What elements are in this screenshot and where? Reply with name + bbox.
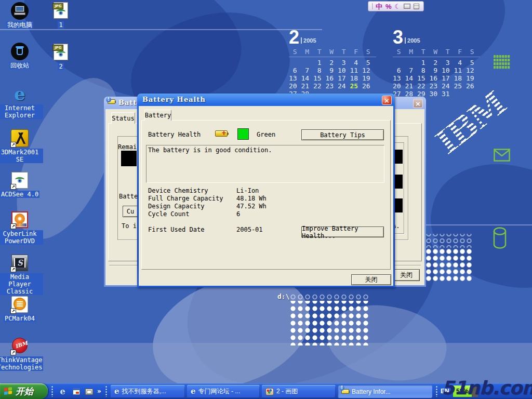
calendar-month-number: 2 [289,29,299,46]
shortcut-arrow-icon: ↗ [10,350,16,355]
shortcut-arrow-icon: ↗ [10,267,16,272]
desktop-icon-3dmark2001[interactable]: ↗ 3DMark2001 SE [0,129,43,163]
calendar-day-headers: S M T W T F S [289,48,376,56]
close-button-cn[interactable]: 关闭 [393,269,420,281]
task-button-paint[interactable]: 2 - 画图 [262,385,336,398]
acdsee-icon: ↗ [11,171,29,189]
desktop-icon-powerdvd[interactable]: ↗ CyberLink PowerDVD [0,211,43,245]
taskbar-grip[interactable] [105,385,108,397]
calendar-today: 25 [350,82,358,90]
desktop-icon-jpg-1[interactable]: JPG 1 [37,2,84,29]
drive-label: d:\ [277,292,289,300]
battery-health-dialog-title[interactable]: Battery Health [142,96,206,103]
desktop-icon-pcmark04[interactable]: ↗ PCMark04 [0,296,43,322]
quick-launch-grip[interactable] [51,385,54,397]
close-button[interactable]: × [413,99,423,108]
task-button-battery-information[interactable]: ! Battery Infor... [338,385,432,398]
watermark: 51nb.com [442,377,532,398]
tab-status[interactable]: Status [111,112,135,124]
start-button[interactable]: 开始 [0,383,48,399]
desktop-icon-jpg-2[interactable]: JPG 2 [37,44,84,70]
tab-battery[interactable]: Battery [144,110,171,121]
dot-pattern-right [425,248,473,282]
shortcut-arrow-icon: ↗ [10,184,16,190]
windows-flag-icon [4,387,12,395]
desktop-icon-internet-explorer[interactable]: e Internet Explorer [0,85,43,119]
my-computer-icon [11,2,29,20]
language-bar[interactable]: 中 % ☾ [368,1,424,11]
soft-keyboard-icon[interactable] [404,4,410,9]
quick-launch-window-icon[interactable] [72,387,81,396]
calendar-month-number: 3 [393,29,403,46]
thinkvantage-icon: IBM ↗ [11,337,29,355]
desktop-icon-media-player-classic[interactable]: S ↗ Media Player Classic [0,254,43,295]
envelope-icon [494,149,510,162]
language-bar-menu-icon[interactable] [414,4,419,9]
shortcut-arrow-icon: ↗ [10,308,16,314]
ie-icon: e [191,388,196,395]
recycle-bin-icon [11,43,29,60]
language-bar-grip[interactable] [371,3,373,9]
desktop-icon-thinkvantage[interactable]: IBM ↗ ThinkVantage Technologies [0,337,43,371]
task-button-ie-1[interactable]: e 找不到服务器,... [111,385,185,398]
quick-launch-more-chevron[interactable]: » [97,388,101,395]
calendar-year: 2005 [405,37,420,44]
3dmark-icon: ↗ [11,129,29,147]
tray-grip [435,385,438,397]
input-method-chinese-icon[interactable]: 中 [376,3,382,10]
close-button-cn[interactable]: 关闭 [351,274,391,285]
media-player-classic-icon: S ↗ [11,254,29,272]
dot-pattern-right-outline [425,234,473,248]
battery-info-icon: ! [341,388,349,395]
shortcut-arrow-icon: ↗ [10,223,16,229]
calendar-february: 22005 S M T W T F S 1 2 3 4 5 6 7 8 9 10… [289,29,376,98]
dot-pattern-center [289,301,370,345]
battery-health-dialog: Battery Health × Battery Battery Health … [137,94,395,287]
cylinder-icon [491,227,508,250]
desktop-icon-my-computer[interactable]: 我的电脑 [0,2,43,29]
desktop-icon-recycle-bin[interactable]: 回收站 [0,43,43,69]
task-button-ie-2[interactable]: e 专门网论坛 - ... [187,385,260,398]
paint-icon [265,388,274,395]
desktop: IBM d:\ 22005 S M T W T F S 1 2 3 4 5 6 … [0,0,532,399]
internet-explorer-icon: e [11,85,29,103]
dot-pattern-center-outline [289,293,370,301]
quick-launch-show-desktop-icon[interactable] [85,387,94,396]
punctuation-toggle-icon[interactable]: ☾ [395,3,401,10]
shortcut-arrow-icon: ↗ [10,142,16,148]
powerdvd-icon: ↗ [11,211,29,229]
close-button[interactable]: × [382,96,392,105]
calendar-year: 2005 [301,37,316,44]
calendar-march: 32005 S M T W T F S 1 2 3 4 5 6 7 8 9 10… [393,29,480,98]
desktop-icon-acdsee[interactable]: ↗ ACDSee 4.0 [0,171,43,198]
jpg-file-icon: JPG [54,44,68,60]
battery-information-window-icon: ! [108,99,115,104]
fullwidth-toggle-icon[interactable]: % [385,3,392,10]
quick-launch-ie-icon[interactable]: e [58,387,67,396]
pcmark-icon: ↗ [11,296,29,313]
calendar-day-headers: S M T W T F S [393,48,480,56]
ie-icon: e [114,388,119,395]
jpg-file-icon: JPG [54,2,68,19]
grid-icon [494,55,510,70]
